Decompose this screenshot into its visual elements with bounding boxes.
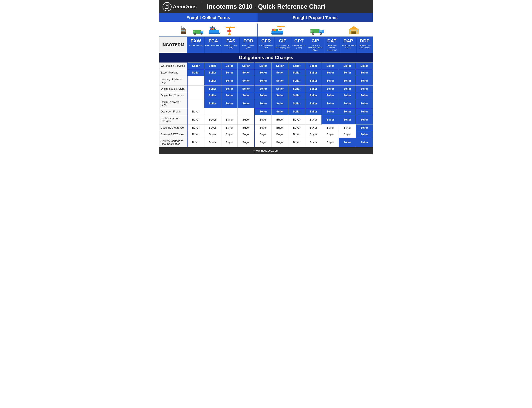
table-row: Origin Forwarder FeesSellerSellerSellerS… — [159, 99, 373, 108]
icons-row — [159, 22, 373, 37]
row-label: Origin Port Charges — [159, 92, 187, 99]
obligation-cell: Seller — [356, 99, 373, 108]
fca-abbr: FCA — [205, 38, 221, 43]
obligation-cell: Seller — [255, 76, 272, 85]
svg-rect-57 — [319, 30, 323, 32]
table-row: Origin Inland FreightSellerSellerSellerS… — [159, 85, 373, 92]
obligation-cell: Seller — [356, 85, 373, 92]
obligation-cell: Buyer — [221, 131, 238, 138]
svg-rect-22 — [193, 31, 195, 32]
row-label: Loading at point of origin — [159, 76, 187, 85]
obligation-cell: Buyer — [288, 138, 305, 147]
obligation-cell: Seller — [322, 99, 339, 108]
obligation-cell: Seller — [204, 76, 221, 85]
collect-icons — [159, 24, 258, 36]
obligation-cell — [187, 76, 204, 85]
obligation-cell — [238, 108, 255, 115]
obligation-cell: Seller — [322, 85, 339, 92]
truck-icon — [193, 27, 204, 36]
fas-name: Free Along Ship (Port) — [223, 44, 239, 49]
obligation-cell: Seller — [288, 62, 305, 69]
code-cfr: CFR Cost and Freight (Port) — [258, 37, 274, 53]
svg-rect-23 — [209, 30, 219, 33]
obligation-cell: Seller — [305, 85, 322, 92]
obligation-cell: Seller — [322, 76, 339, 85]
obligation-cell: Seller — [305, 69, 322, 76]
exw-abbr: EXW — [188, 38, 204, 43]
obligation-cell: Seller — [305, 62, 322, 69]
obligation-cell: Seller — [339, 92, 356, 99]
svg-rect-51 — [272, 31, 283, 33]
page-title: Incoterms 2010 - Quick Reference Chart — [207, 3, 325, 10]
prepaid-icons — [258, 24, 373, 36]
obligation-cell: Buyer — [204, 115, 221, 124]
row-label: Origin Forwarder Fees — [159, 99, 187, 108]
obligation-cell: Seller — [356, 62, 373, 69]
obligation-cell: Seller — [339, 99, 356, 108]
svg-rect-69 — [350, 30, 351, 31]
obligation-cell: Buyer — [339, 131, 356, 138]
page-wrapper: IncoDocs Incoterms 2010 - Quick Referenc… — [159, 0, 373, 154]
obligation-cell: Seller — [255, 85, 272, 92]
code-cip: CIP Carriage & Insurance Paid to (Place) — [307, 37, 324, 53]
svg-rect-31 — [212, 26, 213, 28]
dat-name: Delivered at Terminal (Place/Port ) — [324, 44, 339, 51]
ddp-abbr: DDP — [357, 38, 372, 43]
svg-rect-70 — [357, 30, 358, 31]
footer: www.incodocs.com — [159, 147, 373, 154]
svg-rect-53 — [274, 29, 276, 31]
table-row: Warehouse ServicesSellerSellerSellerSell… — [159, 62, 373, 69]
fob-abbr: FOB — [240, 38, 256, 43]
row-label: Origin Inland Freight — [159, 85, 187, 92]
obligation-cell: Seller — [221, 62, 238, 69]
obligation-cell: Buyer — [272, 131, 288, 138]
obligation-cell: Seller — [356, 115, 373, 124]
main-content: Freight Collect Terms Freight Prepaid Te… — [159, 13, 373, 147]
obligation-cell: Seller — [322, 62, 339, 69]
svg-rect-38 — [228, 34, 231, 35]
row-label: Delivery Cartage to Final Destination — [159, 138, 187, 147]
svg-rect-17 — [201, 31, 203, 32]
svg-point-21 — [201, 34, 202, 34]
obligation-cell: Seller — [204, 69, 221, 76]
svg-rect-8 — [182, 30, 183, 31]
obligation-cell: Buyer — [322, 131, 339, 138]
ship-icon — [208, 25, 221, 36]
obligations-table: Warehouse ServicesSellerSellerSellerSell… — [159, 62, 373, 147]
obligation-cell: Buyer — [238, 131, 255, 138]
row-label: Warehouse Services — [159, 62, 187, 69]
obligation-cell: Seller — [356, 124, 373, 131]
obligation-cell: Seller — [238, 92, 255, 99]
obligation-cell: Seller — [221, 99, 238, 108]
svg-rect-54 — [276, 29, 278, 31]
obligation-cell: Seller — [322, 69, 339, 76]
obligation-cell: Buyer — [272, 124, 288, 131]
svg-rect-11 — [183, 32, 185, 34]
obligation-cell: Seller — [288, 92, 305, 99]
svg-rect-67 — [352, 32, 354, 34]
cpt-abbr: CPT — [291, 38, 307, 43]
obligation-cell: Seller — [255, 92, 272, 99]
cip-name: Carriage & Insurance Paid to (Place) — [308, 44, 323, 51]
obligation-cell: Buyer — [255, 124, 272, 131]
obligation-cell: Buyer — [187, 131, 204, 138]
incoterm-codes-row: INCOTERM EXW Ex. Words (Place) FCA Free … — [159, 37, 373, 53]
code-dat: DAT Delivered at Terminal (Place/Port ) — [324, 37, 340, 53]
obligation-cell: Buyer — [204, 138, 221, 147]
svg-rect-0 — [165, 4, 168, 8]
logo-text: IncoDocs — [173, 4, 197, 10]
table-row: Export PackingSellerSellerSellerSellerSe… — [159, 69, 373, 76]
obligation-cell: Seller — [356, 131, 373, 138]
svg-rect-10 — [182, 32, 183, 34]
obligation-cell: Buyer — [187, 108, 204, 115]
obligation-cell: Seller — [187, 62, 204, 69]
obligation-cell: Seller — [339, 76, 356, 85]
ddp-name: Delivered Duty Paid (Place) — [357, 44, 372, 49]
obligation-cell: Buyer — [187, 115, 204, 124]
obligation-cell: Buyer — [255, 131, 272, 138]
obligation-cell: Seller — [204, 85, 221, 92]
obligation-cell: Seller — [356, 76, 373, 85]
obligation-cell: Seller — [272, 62, 288, 69]
obligation-cell: Buyer — [305, 115, 322, 124]
obligation-cell: Buyer — [272, 115, 288, 124]
